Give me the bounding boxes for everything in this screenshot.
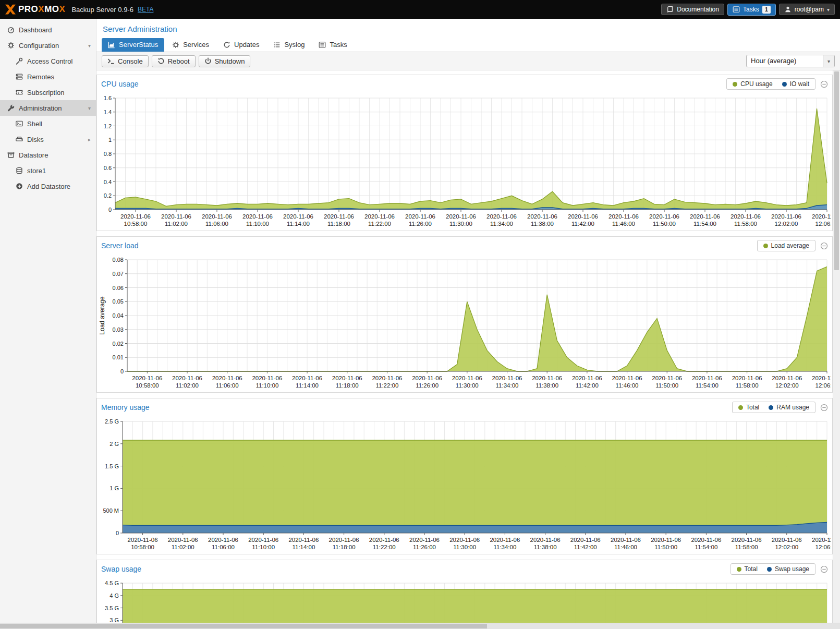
charts-region: CPU usage CPU usage IO wait 00.20.40.60. <box>96 70 840 623</box>
sidebar-item-access-control[interactable]: Access Control <box>0 53 96 69</box>
svg-text:0.2: 0.2 <box>104 192 112 199</box>
sidebar-item-dashboard[interactable]: Dashboard <box>0 22 96 38</box>
user-menu-button[interactable]: root@pam ▾ <box>779 4 835 15</box>
tab-label: Syslog <box>284 41 305 49</box>
svg-text:11:38:00: 11:38:00 <box>531 221 554 227</box>
timeframe-select[interactable]: Hour (average) ▾ <box>746 55 835 67</box>
legend-item-ram-usage[interactable]: RAM usage <box>769 404 809 411</box>
collapse-icon[interactable] <box>820 565 828 573</box>
collapse-icon[interactable] <box>820 80 828 88</box>
svg-text:11:42:00: 11:42:00 <box>576 382 599 389</box>
documentation-button[interactable]: Documentation <box>661 4 724 15</box>
svg-text:0.02: 0.02 <box>113 341 124 347</box>
sidebar-item-datastore[interactable]: Datastore <box>0 147 96 163</box>
legend-label: Load average <box>771 242 809 249</box>
sidebar-item-add-datastore[interactable]: Add Datastore <box>0 178 96 194</box>
sidebar-item-administration[interactable]: Administration ▾ <box>0 100 96 116</box>
svg-text:2020-11-06: 2020-11-06 <box>132 375 162 381</box>
svg-text:2020-11-06: 2020-11-06 <box>532 375 562 381</box>
sidebar-item-remotes[interactable]: Remotes <box>0 69 96 84</box>
tab-tasks[interactable]: Tasks <box>312 38 353 52</box>
sidebar-item-disks[interactable]: Disks ▸ <box>0 131 96 147</box>
svg-text:2020-11-06: 2020-11-06 <box>691 537 721 543</box>
svg-text:11:50:00: 11:50:00 <box>654 544 677 550</box>
svg-text:2020-11-06: 2020-11-06 <box>168 537 198 543</box>
user-icon <box>784 6 792 13</box>
svg-text:2020-11-06: 2020-11-06 <box>772 537 802 543</box>
reboot-button[interactable]: Reboot <box>152 55 196 67</box>
beta-link[interactable]: BETA <box>138 6 153 13</box>
tasks-icon <box>733 6 740 13</box>
svg-text:2020-11-06: 2020-11-06 <box>364 213 395 220</box>
svg-text:2020-11-06: 2020-11-06 <box>608 213 639 220</box>
sidebar-item-label: Dashboard <box>19 26 52 34</box>
collapse-icon[interactable] <box>820 242 828 250</box>
legend-dot <box>782 82 787 87</box>
svg-text:2.5 G: 2.5 G <box>105 418 119 425</box>
tab-syslog[interactable]: Syslog <box>267 38 311 52</box>
svg-text:12:02:00: 12:02:00 <box>775 382 799 389</box>
shutdown-button[interactable]: Shutdown <box>199 55 251 67</box>
panel-cpu-usage: CPU usage CPU usage IO wait 00.20.40.60. <box>96 75 833 231</box>
svg-text:11:10:00: 11:10:00 <box>246 221 269 227</box>
sidebar-item-label: Access Control <box>27 57 72 65</box>
caret-down-icon[interactable]: ▾ <box>823 55 834 67</box>
chevron-right-icon[interactable]: ▸ <box>88 137 91 142</box>
gear-icon <box>6 42 15 49</box>
tab-updates[interactable]: Updates <box>217 38 265 52</box>
legend-item-cpu-usage[interactable]: CPU usage <box>733 80 772 88</box>
svg-text:2020-11-06: 2020-11-06 <box>172 375 202 381</box>
vertical-scrollbar[interactable] <box>833 70 840 623</box>
legend-item-io-wait[interactable]: IO wait <box>782 80 809 88</box>
horizontal-scrollbar-thumb[interactable] <box>0 624 487 628</box>
vertical-scrollbar-thumb[interactable] <box>834 71 839 270</box>
legend-item-load-average[interactable]: Load average <box>763 242 809 249</box>
svg-text:2 G: 2 G <box>109 441 119 447</box>
chevron-down-icon[interactable]: ▾ <box>88 43 91 49</box>
legend-label: Total <box>745 565 758 573</box>
sidebar-item-subscription[interactable]: Subscription <box>0 84 96 100</box>
sidebar-item-shell[interactable]: Shell <box>0 116 96 131</box>
legend-item-total[interactable]: Total <box>737 565 758 573</box>
svg-text:11:02:00: 11:02:00 <box>176 382 199 389</box>
chevron-down-icon[interactable]: ▾ <box>88 105 91 111</box>
console-button[interactable]: Console <box>102 55 149 67</box>
tasks-badge: 1 <box>762 6 771 14</box>
tab-services[interactable]: Services <box>166 38 215 52</box>
svg-text:11:14:00: 11:14:00 <box>296 382 319 389</box>
legend-item-swap-usage[interactable]: Swap usage <box>767 565 809 573</box>
svg-text:12:06:00: 12:06:00 <box>815 221 831 227</box>
svg-text:11:50:00: 11:50:00 <box>653 221 676 227</box>
tasks-button[interactable]: Tasks 1 <box>727 4 776 16</box>
collapse-icon[interactable] <box>820 404 828 412</box>
sidebar-item-store1[interactable]: store1 <box>0 163 96 178</box>
svg-text:2020-11-06: 2020-11-06 <box>732 375 762 381</box>
sidebar-item-label: Shell <box>27 120 42 128</box>
refresh-icon <box>223 41 230 49</box>
tab-serverstatus[interactable]: ServerStatus <box>102 38 164 52</box>
svg-text:4 G: 4 G <box>109 592 119 599</box>
sidebar-item-configuration[interactable]: Configuration ▾ <box>0 38 96 53</box>
svg-text:2020-11-06: 2020-11-06 <box>288 537 319 543</box>
svg-text:2020-11-06: 2020-11-06 <box>409 537 440 543</box>
panel-title: CPU usage <box>101 80 139 88</box>
svg-text:11:22:00: 11:22:00 <box>375 382 398 389</box>
legend-item-total[interactable]: Total <box>738 404 759 411</box>
panel-memory-usage: Memory usage Total RAM usage 0500 M1 G1. <box>96 398 833 554</box>
svg-text:11:50:00: 11:50:00 <box>655 382 678 389</box>
panel-title: Server load <box>101 241 139 250</box>
sidebar-item-label: Subscription <box>27 89 65 96</box>
sidebar-item-label: Datastore <box>19 151 48 159</box>
svg-text:11:18:00: 11:18:00 <box>327 221 350 227</box>
svg-text:11:22:00: 11:22:00 <box>368 221 391 227</box>
terminal-icon <box>15 120 23 127</box>
svg-text:2020-11-06: 2020-11-06 <box>652 375 682 381</box>
horizontal-scrollbar[interactable] <box>0 623 840 629</box>
panel-title: Memory usage <box>101 403 150 412</box>
svg-text:2020-11-06: 2020-11-06 <box>612 375 642 381</box>
server-icon <box>15 73 23 80</box>
svg-text:2020-11-06: 2020-11-06 <box>446 213 476 220</box>
svg-text:2020-11-06: 2020-11-06 <box>202 213 232 220</box>
toolbar: Console Reboot Shutdown Hour (average) ▾ <box>96 52 840 70</box>
sidebar-item-label: Disks <box>27 136 44 143</box>
